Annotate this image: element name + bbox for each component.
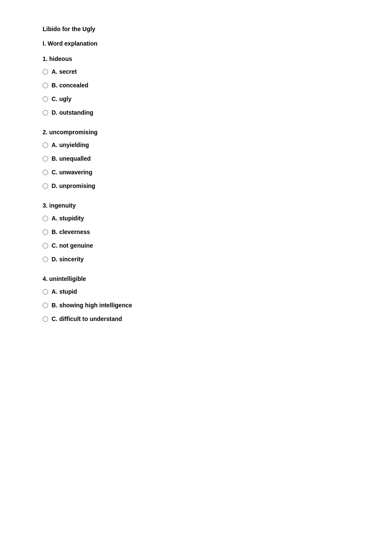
radio-3-B[interactable] [43, 229, 48, 235]
option-text-4-A: A. stupid [52, 288, 77, 295]
radio-3-A[interactable] [43, 216, 48, 221]
page-title: Libido for the Ugly [43, 26, 349, 32]
question-label-4: 4. unintelligible [43, 275, 349, 282]
option-text-2-B: B. unequalled [52, 155, 91, 162]
option-row-3-B[interactable]: B. cleverness [43, 228, 349, 235]
radio-2-C[interactable] [43, 170, 48, 175]
question-label-1: 1. hideous [43, 55, 349, 62]
radio-1-B[interactable] [43, 83, 48, 88]
option-text-1-D: D. outstanding [52, 109, 93, 116]
radio-1-C[interactable] [43, 96, 48, 102]
option-text-1-A: A. secret [52, 68, 77, 75]
option-text-3-C: C. not genuine [52, 242, 93, 249]
option-row-2-B[interactable]: B. unequalled [43, 155, 349, 162]
option-row-3-A[interactable]: A. stupidity [43, 215, 349, 222]
option-text-1-B: B. concealed [52, 82, 88, 89]
option-row-1-A[interactable]: A. secret [43, 68, 349, 75]
option-row-2-A[interactable]: A. unyielding [43, 142, 349, 148]
option-row-1-B[interactable]: B. concealed [43, 82, 349, 89]
radio-1-D[interactable] [43, 110, 48, 116]
option-row-1-C[interactable]: C. ugly [43, 95, 349, 102]
radio-2-A[interactable] [43, 142, 48, 148]
option-row-1-D[interactable]: D. outstanding [43, 109, 349, 116]
option-row-3-D[interactable]: D. sincerity [43, 256, 349, 263]
option-text-3-A: A. stupidity [52, 215, 84, 222]
option-text-1-C: C. ugly [52, 95, 72, 102]
question-block-1: 1. hideousA. secretB. concealedC. uglyD.… [43, 55, 349, 116]
radio-1-A[interactable] [43, 69, 48, 75]
question-block-2: 2. uncompromisingA. unyieldingB. unequal… [43, 129, 349, 189]
radio-4-C[interactable] [43, 316, 48, 322]
option-row-4-A[interactable]: A. stupid [43, 288, 349, 295]
option-text-4-C: C. difficult to understand [52, 315, 122, 322]
option-text-2-D: D. unpromising [52, 182, 95, 189]
radio-4-A[interactable] [43, 289, 48, 295]
radio-3-C[interactable] [43, 243, 48, 249]
radio-3-D[interactable] [43, 257, 48, 262]
question-block-3: 3. ingenuityA. stupidityB. clevernessC. … [43, 202, 349, 263]
radio-2-D[interactable] [43, 183, 48, 189]
option-text-2-C: C. unwavering [52, 169, 92, 176]
option-row-2-D[interactable]: D. unpromising [43, 182, 349, 189]
option-text-2-A: A. unyielding [52, 142, 89, 148]
option-row-3-C[interactable]: C. not genuine [43, 242, 349, 249]
option-row-4-C[interactable]: C. difficult to understand [43, 315, 349, 322]
option-text-4-B: B. showing high intelligence [52, 302, 132, 309]
question-label-2: 2. uncompromising [43, 129, 349, 136]
radio-4-B[interactable] [43, 303, 48, 308]
option-row-2-C[interactable]: C. unwavering [43, 169, 349, 176]
option-row-4-B[interactable]: B. showing high intelligence [43, 302, 349, 309]
question-label-3: 3. ingenuity [43, 202, 349, 209]
radio-2-B[interactable] [43, 156, 48, 162]
option-text-3-D: D. sincerity [52, 256, 84, 263]
option-text-3-B: B. cleverness [52, 228, 90, 235]
question-block-4: 4. unintelligibleA. stupidB. showing hig… [43, 275, 349, 322]
section-title: I. Word explanation [43, 40, 349, 47]
